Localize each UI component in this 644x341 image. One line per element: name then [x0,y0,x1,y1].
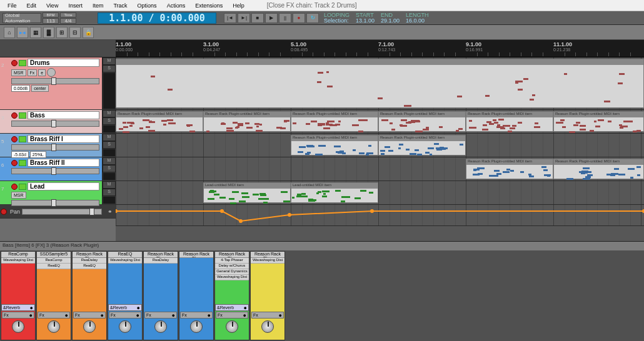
grid-icon[interactable]: ▓ [43,27,54,38]
master-pan-fader[interactable] [22,209,102,215]
autocrossfade-icon[interactable]: ⌂ [4,27,15,38]
menu-item[interactable]: Item [88,1,109,10]
record-arm-button[interactable] [11,160,18,166]
pan-knob[interactable] [190,320,203,333]
track-drums[interactable]: 2DrumsMSRFxe0.00dBcenterMS [0,57,116,110]
fx-chain-header[interactable]: Reason Rack Plug [215,252,249,258]
fx-button[interactable]: Fx ● [216,312,248,319]
fx-chain[interactable]: Reason Rack PlugReaDelayFx ● [143,251,178,340]
track-lane[interactable]: Reason Rack Plugin-untitled MIDI itemRea… [116,157,644,181]
menu-actions[interactable]: Actions [162,1,191,10]
time-display[interactable]: 1.1.00 / 0:00.000 [98,12,216,24]
track-name-field[interactable]: Lead [28,182,99,190]
reverb-send[interactable]: &Reverb ● [1,304,35,311]
reverb-send[interactable]: &Reverb ● [108,304,142,311]
speaker-icon[interactable] [19,184,26,190]
timesig-value[interactable]: 4/4 [60,18,76,24]
track-name-field[interactable]: Brass Riff I [28,135,99,143]
media-item[interactable]: Reason Rack Plugin-untitled MIDI item [291,135,378,156]
volume-fader[interactable] [11,121,99,127]
track-lane[interactable] [116,57,644,110]
grid2-icon[interactable]: ⊟ [69,27,81,38]
pan-knob[interactable] [83,320,96,333]
track-bass[interactable]: 3BassMS [0,110,116,134]
master-track[interactable]: Pan ⚭ [0,205,116,219]
mute-button[interactable]: M [103,181,116,189]
fx-chain[interactable]: ReaCompWaveshaping Dist&Reverb ●Fx ● [1,251,36,340]
fx-chain[interactable]: Reason Rack PlugFx ● [179,251,214,340]
track-lane[interactable]: Reason Rack Plugin-untitled MIDI itemRea… [116,134,644,157]
track-brass-riff-i[interactable]: 5Brass Riff I-5.63d25%LMS [0,134,116,157]
fx-slot[interactable]: Waveshaping Dist [108,258,142,264]
pause-button[interactable]: || [279,13,291,23]
fx-chain[interactable]: Reason Rack PlugReaDelayReaEQFx ● [72,251,107,340]
play-button[interactable]: ▶ [265,13,278,23]
speaker-icon[interactable] [19,112,26,119]
fx-slot[interactable]: Waveshaping Dist [251,258,284,264]
loop-start-value[interactable]: 13.1.00 [356,18,375,24]
master-record-button[interactable] [1,209,7,215]
fx-chain-header[interactable]: Reason Rack Plug [73,252,106,258]
speaker-icon[interactable] [19,60,26,66]
menu-extensions[interactable]: Extensions [190,1,228,10]
loop-end-value[interactable]: 29.1.00 [381,18,400,24]
reverb-send[interactable]: &Reverb ● [215,304,249,311]
solo-button[interactable]: S [103,141,116,149]
fx-button[interactable]: Fx ● [144,312,177,319]
fx-slot[interactable]: ReaDelay [144,258,178,264]
menu-options[interactable]: Options [133,1,162,10]
envelope-lane[interactable] [116,205,644,226]
record-arm-button[interactable] [11,60,18,66]
fx-slot[interactable]: Waveshaping Dist [215,275,249,280]
loop-length-value[interactable]: 16.0.00 [406,18,429,24]
record-button[interactable]: ● [293,13,305,23]
fx-slot[interactable]: Delay w/Chorus [215,264,249,269]
fx-button[interactable]: Fx ● [109,312,141,319]
media-item[interactable]: Reason Rack Plugin-untitled MIDI item [378,135,466,156]
track-msr-button[interactable]: MSR [11,192,26,199]
envelope-icon[interactable]: ▸◂ [17,27,28,38]
track-knob[interactable] [47,68,56,77]
menu-view[interactable]: View [41,1,63,10]
fx-chain[interactable]: SSDSampler5ReaCompReaEQFx ● [36,251,71,340]
fx-chain-header[interactable]: SSDSampler5 [37,252,71,258]
menu-track[interactable]: Track [108,1,132,10]
lock-icon[interactable]: 🔒 [83,27,94,38]
record-arm-button[interactable] [11,136,18,142]
goto-end-button[interactable]: ►| [238,13,250,23]
mute-button[interactable]: M [103,134,116,141]
timeline-ruler[interactable]: 1.1.000:00.0003.1.000:04.2475.1.000:08.4… [116,40,644,57]
fx-chain[interactable]: Reason Rack Plug4-Tap PhaserDelay w/Chor… [214,251,249,340]
fx-chain-header[interactable]: Reason Rack Plug [144,252,178,258]
fx-button[interactable]: Fx ● [73,312,106,319]
fx-chain-header[interactable]: ReaComp [1,252,35,258]
pan-knob[interactable] [119,320,131,333]
center-button[interactable]: center [31,85,48,92]
fx-button[interactable]: Fx ● [38,312,70,319]
media-item[interactable]: Reason Rack Plugin-untitled MIDI item [466,111,553,132]
pan-knob[interactable] [261,320,274,333]
solo-button[interactable]: S [103,65,116,72]
track-msr-button[interactable]: MSR [11,69,26,76]
media-item[interactable]: Reason Rack Plugin-untitled MIDI item [553,111,644,132]
track-lead[interactable]: 7LeadMSRMS [0,181,116,205]
link-icon[interactable]: ⚭ [104,205,116,218]
speaker-icon[interactable] [19,136,26,142]
track-lane[interactable]: Reason Rack Plugin-untitled MIDI itemRea… [116,110,644,134]
fx-button[interactable]: Fx ● [180,312,213,319]
snap-icon[interactable]: ⊞ [56,27,68,38]
menu-file[interactable]: File [3,1,22,10]
fx-slot[interactable]: Waveshaping Dist [1,258,35,264]
track-lane[interactable]: Lead-untitled MIDI itemLead-untitled MID… [116,181,644,205]
fx-chain-header[interactable]: Reason Rack Plug [179,252,213,258]
stop-button[interactable]: ■ [251,13,264,23]
volume-fader[interactable] [11,78,99,84]
mute-button[interactable]: M [103,157,116,165]
media-item[interactable]: Reason Rack Plugin-untitled MIDI item [116,111,203,132]
fx-button[interactable]: Fx ● [2,312,34,319]
pan-knob[interactable] [154,320,167,333]
track-name-field[interactable]: Bass [28,111,99,119]
track-name-field[interactable]: Brass Riff II [28,159,99,167]
media-item[interactable]: Lead-untitled MIDI item [203,182,291,203]
mute-button[interactable]: M [103,110,116,117]
